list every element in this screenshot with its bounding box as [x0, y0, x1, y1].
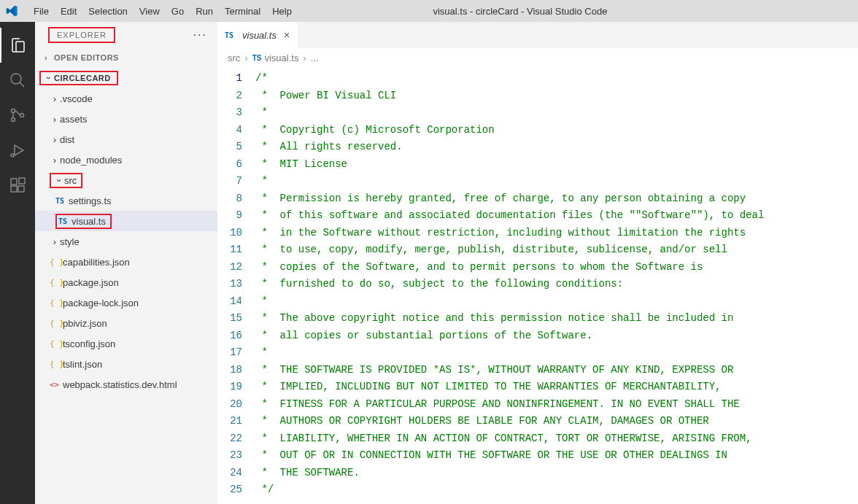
folder-label: .vscode: [60, 93, 93, 104]
tree-file[interactable]: TSvisual.ts: [35, 211, 217, 231]
code-editor[interactable]: 1234567891011121314151617181920212223242…: [217, 67, 858, 504]
svg-rect-7: [11, 186, 17, 192]
code-line[interactable]: *: [255, 173, 858, 190]
vscode-logo-icon: [6, 5, 18, 17]
line-number: 3: [217, 104, 242, 122]
file-icon: { }: [50, 257, 63, 267]
code-line[interactable]: * OUT OF OR IN CONNECTION WITH THE SOFTW…: [255, 447, 858, 465]
chevron-right-icon: ›: [50, 236, 60, 247]
section-project[interactable]: › CIRCLECARD: [35, 68, 217, 88]
chevron-right-icon: ›: [50, 114, 60, 125]
window-title: visual.ts - circleCard - Visual Studio C…: [298, 6, 852, 17]
folder-label: dist: [60, 134, 74, 145]
code-line[interactable]: * LIABILITY, WHETHER IN AN ACTION OF CON…: [255, 430, 858, 448]
code-line[interactable]: *: [255, 104, 858, 122]
activity-scm-icon[interactable]: [0, 98, 35, 133]
chevron-right-icon: ›: [41, 53, 51, 62]
tree-file[interactable]: { }tsconfig.json: [35, 333, 217, 354]
code-line[interactable]: * all copies or substantial portions of …: [255, 327, 858, 345]
file-label: visual.ts: [72, 216, 106, 227]
tree-file[interactable]: { }tslint.json: [35, 354, 217, 374]
tree-folder[interactable]: ›style: [35, 231, 217, 252]
code-line[interactable]: * in the Software without restriction, i…: [255, 225, 858, 242]
menu-terminal[interactable]: Terminal: [219, 0, 266, 22]
tree-file[interactable]: { }package.json: [35, 272, 217, 292]
activity-search-icon[interactable]: [0, 63, 35, 98]
folder-label: assets: [60, 114, 88, 125]
menu-edit[interactable]: Edit: [55, 0, 82, 22]
line-number: 21: [217, 413, 242, 430]
tree-file[interactable]: TSsettings.ts: [35, 190, 217, 211]
code-line[interactable]: * copies of the Software, and to permit …: [255, 259, 858, 276]
file-icon: <>: [50, 380, 63, 389]
folder-label: style: [60, 236, 80, 247]
open-editors-label: OPEN EDITORS: [54, 53, 119, 62]
code-line[interactable]: * of this software and associated docume…: [255, 207, 858, 225]
line-number: 14: [217, 293, 242, 311]
activity-extensions-icon[interactable]: [0, 168, 35, 203]
line-number: 8: [217, 190, 242, 208]
code-line[interactable]: * to use, copy, modify, merge, publish, …: [255, 241, 858, 259]
menu-selection[interactable]: Selection: [82, 0, 133, 22]
code-line[interactable]: * The above copyright notice and this pe…: [255, 310, 858, 327]
tab-visual-ts[interactable]: TS visual.ts ×: [217, 22, 298, 48]
activity-bar: [0, 22, 35, 504]
typescript-icon: TS: [225, 31, 238, 39]
breadcrumb-seg[interactable]: src: [228, 53, 240, 63]
code-line[interactable]: * THE SOFTWARE IS PROVIDED *AS IS*, WITH…: [255, 362, 858, 379]
code-line[interactable]: * IMPLIED, INCLUDING BUT NOT LIMITED TO …: [255, 379, 858, 396]
code-line[interactable]: */: [255, 481, 858, 499]
tree-folder[interactable]: ›.vscode: [35, 88, 217, 109]
tree-folder[interactable]: ›node_modules: [35, 150, 217, 170]
menu-run[interactable]: Run: [190, 0, 219, 22]
file-icon: { }: [50, 298, 63, 308]
code-line[interactable]: *: [255, 293, 858, 311]
code-line[interactable]: * furnished to do so, subject to the fol…: [255, 276, 858, 293]
breadcrumb-seg[interactable]: ...: [311, 53, 319, 63]
breadcrumb-seg[interactable]: visual.ts: [264, 53, 298, 63]
code-line[interactable]: * FITNESS FOR A PARTICULAR PURPOSE AND N…: [255, 396, 858, 414]
code-line[interactable]: * THE SOFTWARE.: [255, 465, 858, 482]
folder-label: node_modules: [60, 155, 122, 166]
code-line[interactable]: * Copyright (c) Microsoft Corporation: [255, 122, 858, 139]
line-number: 18: [217, 362, 242, 379]
menu-view[interactable]: View: [134, 0, 166, 22]
close-icon[interactable]: ×: [284, 29, 290, 41]
typescript-icon: TS: [58, 217, 72, 225]
code-line[interactable]: * AUTHORS OR COPYRIGHT HOLDERS BE LIABLE…: [255, 413, 858, 430]
tree-file[interactable]: { }package-lock.json: [35, 292, 217, 313]
svg-point-3: [12, 118, 15, 122]
code-line[interactable]: * Power BI Visual CLI: [255, 88, 858, 105]
tree-file[interactable]: { }capabilities.json: [35, 252, 217, 272]
chevron-down-icon: ›: [54, 175, 65, 185]
code-content[interactable]: /* * Power BI Visual CLI * * Copyright (…: [255, 67, 858, 504]
file-label: package.json: [63, 277, 119, 288]
line-number: 20: [217, 396, 242, 414]
file-icon: { }: [50, 339, 63, 349]
tree-file[interactable]: <>webpack.statistics.dev.html: [35, 374, 217, 395]
activity-debug-icon[interactable]: [0, 133, 35, 168]
tree-folder-src[interactable]: › src: [35, 170, 217, 190]
file-label: capabilities.json: [63, 257, 130, 268]
menu-file[interactable]: File: [28, 0, 55, 22]
menu-help[interactable]: Help: [266, 0, 298, 22]
code-line[interactable]: * MIT License: [255, 156, 858, 174]
breadcrumbs[interactable]: src › TS visual.ts › ...: [217, 48, 858, 67]
tree-folder[interactable]: ›dist: [35, 129, 217, 150]
tree-file[interactable]: { }pbiviz.json: [35, 313, 217, 333]
code-line[interactable]: * Permission is hereby granted, free of …: [255, 190, 858, 208]
line-number: 2: [217, 88, 242, 105]
code-line[interactable]: *: [255, 344, 858, 362]
sidebar-more-icon[interactable]: ···: [193, 28, 207, 42]
tree-folder[interactable]: ›assets: [35, 109, 217, 129]
sidebar-explorer: EXPLORER ··· › OPEN EDITORS › CIRCLECARD…: [35, 22, 217, 504]
activity-explorer-icon[interactable]: [0, 28, 35, 63]
menu-go[interactable]: Go: [166, 0, 190, 22]
line-number: 19: [217, 379, 242, 396]
code-line[interactable]: /*: [255, 70, 858, 88]
line-number: 12: [217, 259, 242, 276]
code-line[interactable]: * All rights reserved.: [255, 139, 858, 156]
svg-line-1: [20, 82, 24, 87]
section-open-editors[interactable]: › OPEN EDITORS: [35, 47, 217, 68]
line-number: 1: [217, 70, 242, 88]
